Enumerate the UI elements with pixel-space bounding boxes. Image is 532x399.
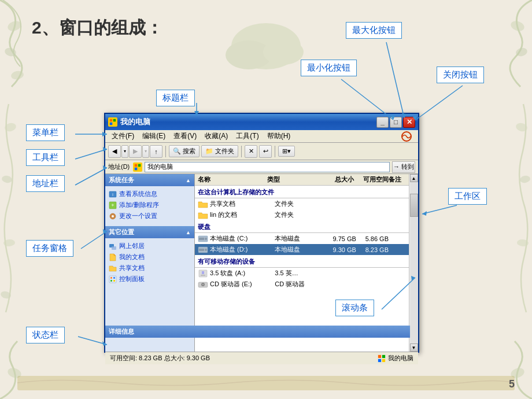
toolbar: ◀ ▾ ▶ ▾ ↑ 🔍 搜索 📁 文件夹 ✕ ↩ ⊞▾ bbox=[105, 143, 418, 160]
svg-point-5 bbox=[515, 47, 529, 58]
column-headers: 名称 类型 总大小 可用空间 备注 bbox=[195, 174, 409, 186]
control-panel-label: 控制面板 bbox=[119, 275, 145, 283]
svg-rect-58 bbox=[109, 276, 116, 283]
menu-edit[interactable]: 编辑(E) bbox=[139, 131, 169, 142]
minimize-label: 最小化按钮 bbox=[301, 60, 357, 76]
add-remove-programs[interactable]: + 添加/删除程序 bbox=[109, 200, 191, 210]
file-type: 文件夹 bbox=[275, 200, 323, 208]
other-places-title: 其它位置 bbox=[109, 228, 134, 237]
forward-button[interactable]: ▶ bbox=[129, 145, 142, 158]
svg-point-7 bbox=[6, 366, 23, 379]
table-row[interactable]: CD 驱动器 (E:) CD 驱动器 bbox=[195, 279, 409, 290]
svg-point-55 bbox=[112, 215, 114, 217]
close-button[interactable]: ✕ bbox=[403, 117, 415, 128]
change-setting-label: 更改一个设置 bbox=[119, 212, 157, 220]
network-neighbor[interactable]: 网上邻居 bbox=[109, 241, 191, 252]
my-documents[interactable]: 我的文档 bbox=[109, 252, 191, 263]
menu-tools[interactable]: 工具(T) bbox=[232, 131, 262, 142]
menu-view[interactable]: 查看(V) bbox=[170, 131, 200, 142]
details-section: 详细信息 ▲ bbox=[105, 326, 195, 338]
window-icon bbox=[108, 117, 117, 127]
undo-button[interactable]: ↩ bbox=[259, 145, 272, 158]
table-row[interactable]: 本地磁盘 (D:) 本地磁盘 9.30 GB 8.23 GB bbox=[195, 244, 409, 255]
harddrives-title: 硬盘 bbox=[195, 220, 409, 233]
close-label: 关闭按钮 bbox=[437, 66, 484, 83]
search-button[interactable]: 🔍 搜索 bbox=[169, 145, 200, 157]
other-places-header[interactable]: 其它位置 ▲ bbox=[105, 226, 194, 238]
svg-rect-76 bbox=[382, 354, 385, 357]
view-sysinfo[interactable]: i 查看系统信息 bbox=[109, 189, 191, 200]
shared-documents[interactable]: 共享文档 bbox=[109, 263, 191, 274]
statusbar-name: 我的电脑 bbox=[388, 354, 413, 363]
titlebar-label: 标题栏 bbox=[156, 90, 195, 106]
svg-line-25 bbox=[75, 168, 107, 185]
svg-rect-57 bbox=[112, 246, 116, 250]
removable-title: 有可移动存储的设备 bbox=[195, 255, 409, 268]
details-header[interactable]: 详细信息 ▲ bbox=[105, 326, 195, 338]
address-input[interactable]: 我的电脑 bbox=[145, 162, 390, 172]
file-type: 文件夹 bbox=[275, 210, 323, 219]
up-button[interactable]: ↑ bbox=[150, 145, 162, 158]
menu-favorites[interactable]: 收藏(A) bbox=[201, 131, 231, 142]
forward-dropdown[interactable]: ▾ bbox=[142, 145, 149, 158]
shared-docs-label: 共享文档 bbox=[119, 264, 145, 272]
window-buttons: _ □ ✕ bbox=[376, 117, 415, 128]
menu-help[interactable]: 帮助(H) bbox=[264, 131, 294, 142]
title-bar: 我的电脑 _ □ ✕ bbox=[105, 114, 418, 130]
statusbar-right: 我的电脑 bbox=[378, 354, 413, 363]
table-row[interactable]: 共享文档 文件夹 bbox=[195, 198, 409, 209]
task-pane: 系统任务 ▲ i 查看系统信息 + 添加/删除程序 更改一个设置 bbox=[105, 174, 195, 352]
scrollbar[interactable]: ▲ ▼ bbox=[409, 174, 418, 352]
svg-text:+: + bbox=[111, 202, 114, 208]
system-tasks-header[interactable]: 系统任务 ▲ bbox=[105, 174, 194, 186]
scrollbar-thumb[interactable] bbox=[410, 194, 418, 217]
go-button[interactable]: → 转到 bbox=[392, 161, 415, 173]
view-button[interactable]: ⊞▾ bbox=[278, 146, 295, 157]
svg-rect-44 bbox=[113, 123, 116, 125]
toolbar-separator-2 bbox=[241, 146, 242, 157]
svg-point-3 bbox=[10, 70, 24, 80]
window-title: 我的电脑 bbox=[120, 117, 376, 127]
table-row[interactable]: lin 的文档 文件夹 bbox=[195, 209, 409, 220]
network-label: 网上邻居 bbox=[119, 242, 145, 250]
add-remove-label: 添加/删除程序 bbox=[119, 201, 159, 209]
file-type: 本地磁盘 bbox=[275, 234, 323, 243]
scroll-down-button[interactable]: ▼ bbox=[410, 343, 418, 352]
back-dropdown[interactable]: ▾ bbox=[121, 145, 128, 158]
change-setting[interactable]: 更改一个设置 bbox=[109, 210, 191, 221]
scroll-up-button[interactable]: ▲ bbox=[410, 174, 418, 182]
windows-window: 我的电脑 _ □ ✕ 文件(F) 编辑(E) 查看(V) 收藏(A) 工具(T)… bbox=[104, 113, 419, 353]
svg-rect-49 bbox=[138, 167, 141, 170]
address-label: 地址(D) bbox=[108, 162, 130, 171]
file-name: 3.5 软盘 (A:) bbox=[210, 269, 275, 278]
svg-rect-43 bbox=[110, 123, 113, 125]
control-panel[interactable]: 控制面板 bbox=[109, 274, 191, 285]
svg-point-17 bbox=[226, 40, 272, 69]
col-free: 可用空间 bbox=[354, 175, 389, 184]
file-free: 8.23 GB bbox=[356, 246, 389, 253]
scrollbar-track[interactable] bbox=[410, 182, 418, 343]
toolbar-separator-3 bbox=[275, 146, 275, 157]
table-row[interactable]: 本地磁盘 (C:) 本地磁盘 9.75 GB 5.86 GB bbox=[195, 233, 409, 244]
svg-point-2 bbox=[4, 47, 17, 58]
menu-file[interactable]: 文件(F) bbox=[108, 131, 138, 142]
main-area: 名称 类型 总大小 可用空间 备注 在这台计算机上存储的文件 共享文档 文件夹 bbox=[195, 174, 409, 352]
svg-rect-68 bbox=[199, 249, 204, 251]
folders-button[interactable]: 📁 文件夹 bbox=[201, 145, 238, 157]
system-tasks-title: 系统任务 bbox=[109, 176, 134, 184]
svg-point-12 bbox=[0, 290, 12, 300]
table-row[interactable]: 3.5 软盘 (A:) 3.5 英… bbox=[195, 268, 409, 279]
svg-rect-60 bbox=[113, 277, 115, 279]
svg-line-37 bbox=[422, 205, 457, 214]
svg-point-74 bbox=[202, 284, 204, 285]
maximize-button[interactable]: □ bbox=[390, 117, 402, 128]
other-places-section: 其它位置 ▲ 网上邻居 我的文档 共享文档 bbox=[105, 226, 194, 287]
delete-button[interactable]: ✕ bbox=[245, 145, 257, 158]
other-places-body: 网上邻居 我的文档 共享文档 控制面板 bbox=[105, 238, 194, 287]
svg-rect-78 bbox=[382, 359, 385, 361]
nav-buttons: ◀ ▾ ▶ ▾ ↑ bbox=[108, 145, 162, 158]
svg-rect-77 bbox=[378, 359, 381, 361]
back-button[interactable]: ◀ bbox=[108, 145, 121, 158]
col-size: 总大小 bbox=[319, 175, 354, 184]
minimize-button[interactable]: _ bbox=[376, 117, 389, 128]
